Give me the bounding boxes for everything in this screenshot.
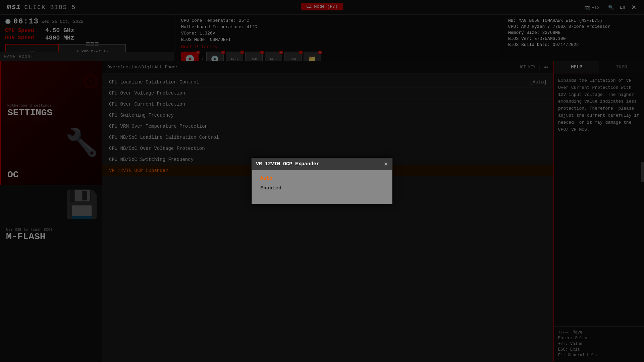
modal-close-button[interactable]: ✕ [384, 161, 388, 167]
modal-title-bar: VR 12VIN OCP Expander ✕ [252, 158, 392, 170]
modal-title: VR 12VIN OCP Expander [256, 161, 319, 167]
modal-overlay[interactable]: VR 12VIN OCP Expander ✕ Auto Enabled [0, 0, 644, 362]
modal-option-auto[interactable]: Auto [257, 174, 387, 183]
modal-body: Auto Enabled [252, 170, 392, 204]
modal-option-enabled[interactable]: Enabled [257, 183, 387, 193]
modal-dialog: VR 12VIN OCP Expander ✕ Auto Enabled [252, 158, 392, 204]
